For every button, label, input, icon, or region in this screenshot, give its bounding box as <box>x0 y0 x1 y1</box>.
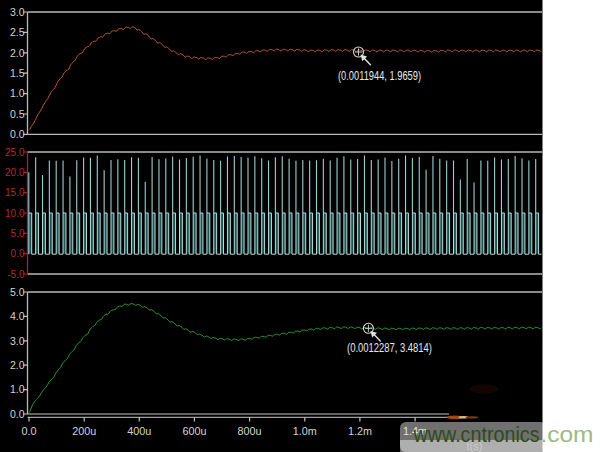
svg-text:400u: 400u <box>127 425 151 437</box>
svg-text:(0.0011944, 1.9659): (0.0011944, 1.9659) <box>338 69 421 83</box>
svg-text:2.5: 2.5 <box>10 26 25 38</box>
svg-text:2.0: 2.0 <box>10 47 25 59</box>
svg-text:0.5: 0.5 <box>10 108 25 120</box>
svg-text:0.0: 0.0 <box>10 128 25 140</box>
svg-text:-5.0: -5.0 <box>7 269 25 280</box>
svg-text:1.5: 1.5 <box>10 67 25 79</box>
svg-text:0.0: 0.0 <box>10 408 25 420</box>
svg-text:20.0: 20.0 <box>5 167 25 178</box>
svg-text:25.0: 25.0 <box>5 147 25 158</box>
svg-text:0.0: 0.0 <box>21 425 36 437</box>
svg-text:1.0m: 1.0m <box>293 425 317 437</box>
svg-text:10.0: 10.0 <box>5 208 25 219</box>
svg-text:1.0: 1.0 <box>10 87 25 99</box>
svg-text:t(s): t(s) <box>467 440 483 452</box>
svg-text:800u: 800u <box>238 425 262 437</box>
svg-text:200u: 200u <box>72 425 96 437</box>
svg-text:(0.0012287, 3.4814): (0.0012287, 3.4814) <box>347 341 432 355</box>
svg-text:3.0: 3.0 <box>10 6 25 18</box>
svg-text:15.0: 15.0 <box>5 187 25 198</box>
svg-text:600u: 600u <box>182 425 206 437</box>
svg-text:2.0: 2.0 <box>10 359 25 371</box>
svg-text:0.0: 0.0 <box>11 248 25 259</box>
svg-text:5.0: 5.0 <box>11 228 25 239</box>
svg-text:.com: .com <box>541 423 594 447</box>
svg-text:3.0: 3.0 <box>10 335 25 347</box>
svg-text:1.0: 1.0 <box>10 383 25 395</box>
svg-text:4.0: 4.0 <box>10 310 25 322</box>
svg-text:5.0: 5.0 <box>10 286 25 298</box>
svg-text:1.2m: 1.2m <box>348 425 372 437</box>
